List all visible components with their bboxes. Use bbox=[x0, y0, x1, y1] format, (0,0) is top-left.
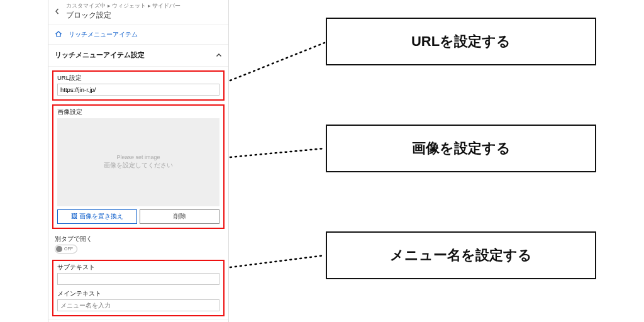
back-button[interactable] bbox=[52, 6, 62, 16]
advanced-settings-toggle[interactable]: 高度な設定 bbox=[48, 319, 228, 322]
callout-menu-text: メニュー名を設定する bbox=[390, 246, 532, 265]
newtab-row: 別タブで開く OFF bbox=[48, 231, 228, 256]
image-settings-box: 画像設定 Please set image 画像を設定してください 🖼 画像を置… bbox=[52, 104, 225, 229]
svg-line-1 bbox=[230, 148, 325, 157]
page-title: ブロック設定 bbox=[66, 10, 180, 21]
newtab-toggle[interactable]: OFF bbox=[55, 245, 77, 253]
header-text: カスタマイズ中 ▸ ウィジェット ▸ サイドバー ブロック設定 bbox=[66, 3, 180, 21]
callout-image-text: 画像を設定する bbox=[412, 139, 511, 158]
url-input[interactable] bbox=[57, 84, 219, 96]
breadcrumbs: カスタマイズ中 ▸ ウィジェット ▸ サイドバー bbox=[66, 3, 180, 9]
delete-image-button[interactable]: 削除 bbox=[140, 209, 219, 224]
section-toggle-label: リッチメニューアイテム設定 bbox=[55, 51, 145, 60]
newtab-label: 別タブで開く bbox=[55, 235, 222, 243]
maintext-input[interactable] bbox=[57, 299, 219, 311]
home-icon bbox=[55, 30, 64, 39]
callout-url: URLを設定する bbox=[326, 18, 596, 65]
image-placeholder-line2: 画像を設定してください bbox=[104, 162, 173, 170]
home-link-label: リッチメニューアイテム bbox=[69, 30, 138, 39]
subtext-input[interactable] bbox=[57, 273, 219, 285]
callout-menu: メニュー名を設定する bbox=[326, 231, 596, 279]
svg-line-0 bbox=[230, 43, 325, 80]
image-field-label: 画像設定 bbox=[57, 108, 219, 116]
rich-menu-section-toggle[interactable]: リッチメニューアイテム設定 bbox=[48, 45, 228, 67]
toggle-value: OFF bbox=[64, 247, 73, 251]
image-placeholder-line1: Please set image bbox=[116, 154, 160, 160]
maintext-label: メインテキスト bbox=[57, 290, 219, 298]
replace-image-button[interactable]: 🖼 画像を置き換え bbox=[57, 209, 137, 224]
customizer-panel: カスタマイズ中 ▸ ウィジェット ▸ サイドバー ブロック設定 リッチメニューア… bbox=[48, 0, 229, 322]
chevron-left-icon bbox=[54, 8, 60, 14]
panel-header: カスタマイズ中 ▸ ウィジェット ▸ サイドバー ブロック設定 bbox=[48, 0, 228, 25]
url-settings-box: URL設定 bbox=[52, 70, 225, 101]
svg-line-2 bbox=[230, 255, 325, 267]
image-placeholder-area[interactable]: Please set image 画像を設定してください bbox=[57, 118, 219, 206]
url-field-label: URL設定 bbox=[57, 74, 219, 82]
callout-url-text: URLを設定する bbox=[411, 32, 511, 51]
home-link-row[interactable]: リッチメニューアイテム bbox=[48, 25, 228, 45]
chevron-up-icon bbox=[216, 52, 222, 58]
callout-image: 画像を設定する bbox=[326, 125, 596, 172]
toggle-knob bbox=[56, 246, 62, 252]
text-settings-box: サブテキスト メインテキスト bbox=[52, 260, 225, 316]
subtext-label: サブテキスト bbox=[57, 264, 219, 272]
